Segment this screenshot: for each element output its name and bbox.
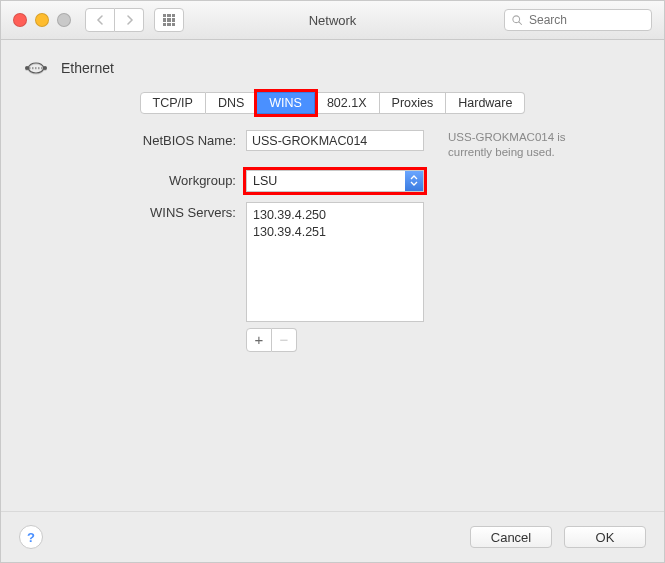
list-item[interactable]: 130.39.4.251 xyxy=(253,224,417,242)
footer: ? Cancel OK xyxy=(1,511,664,562)
tab-proxies[interactable]: Proxies xyxy=(380,92,447,114)
show-all-button[interactable] xyxy=(154,8,184,32)
search-input[interactable] xyxy=(527,12,645,28)
back-button[interactable] xyxy=(85,8,115,32)
workgroup-value: LSU xyxy=(247,174,405,188)
row-netbios: NetBIOS Name: USS-GROKMAC014 is currentl… xyxy=(41,130,624,160)
search-field[interactable] xyxy=(504,9,652,31)
remove-server-button: − xyxy=(272,328,297,352)
window: Network Ethernet TCP/IP DNS xyxy=(0,0,665,563)
body: Ethernet TCP/IP DNS WINS 802.1X Proxies … xyxy=(1,40,664,562)
ok-button[interactable]: OK xyxy=(564,526,646,548)
titlebar: Network xyxy=(1,1,664,40)
close-window-button[interactable] xyxy=(13,13,27,27)
form: NetBIOS Name: USS-GROKMAC014 is currentl… xyxy=(1,128,664,372)
nav-buttons xyxy=(85,8,144,32)
wins-servers-label: WINS Servers: xyxy=(41,202,246,220)
add-server-button[interactable]: + xyxy=(246,328,272,352)
minimize-window-button[interactable] xyxy=(35,13,49,27)
combo-arrows-icon xyxy=(405,171,423,191)
tab-dns[interactable]: DNS xyxy=(206,92,257,114)
chevron-left-icon xyxy=(96,15,105,25)
zoom-window-button xyxy=(57,13,71,27)
svg-line-1 xyxy=(519,22,522,25)
ethernet-icon xyxy=(21,56,51,80)
row-workgroup: Workgroup: LSU xyxy=(41,170,624,192)
tab-tcpip[interactable]: TCP/IP xyxy=(140,92,206,114)
workgroup-label: Workgroup: xyxy=(41,170,246,192)
forward-button[interactable] xyxy=(115,8,144,32)
wins-servers-list[interactable]: 130.39.4.250 130.39.4.251 xyxy=(246,202,424,322)
netbios-label: NetBIOS Name: xyxy=(41,130,246,160)
tab-wins[interactable]: WINS xyxy=(257,92,315,114)
grid-icon xyxy=(163,14,175,26)
list-item[interactable]: 130.39.4.250 xyxy=(253,207,417,225)
header-row: Ethernet xyxy=(1,40,664,88)
cancel-button[interactable]: Cancel xyxy=(470,526,552,548)
interface-label: Ethernet xyxy=(61,60,114,76)
tab-bar: TCP/IP DNS WINS 802.1X Proxies Hardware xyxy=(1,88,664,128)
help-icon: ? xyxy=(27,530,35,545)
add-remove-buttons: + − xyxy=(246,328,436,352)
search-icon xyxy=(511,14,523,26)
netbios-hint: USS-GROKMAC014 is currently being used. xyxy=(436,130,598,160)
tab-8021x[interactable]: 802.1X xyxy=(315,92,380,114)
help-button[interactable]: ? xyxy=(19,525,43,549)
workgroup-combo[interactable]: LSU xyxy=(246,170,424,192)
row-wins-servers: WINS Servers: 130.39.4.250 130.39.4.251 … xyxy=(41,202,624,352)
netbios-input[interactable] xyxy=(246,130,424,151)
tab-hardware[interactable]: Hardware xyxy=(446,92,525,114)
traffic-lights xyxy=(1,13,71,27)
chevron-right-icon xyxy=(125,15,134,25)
